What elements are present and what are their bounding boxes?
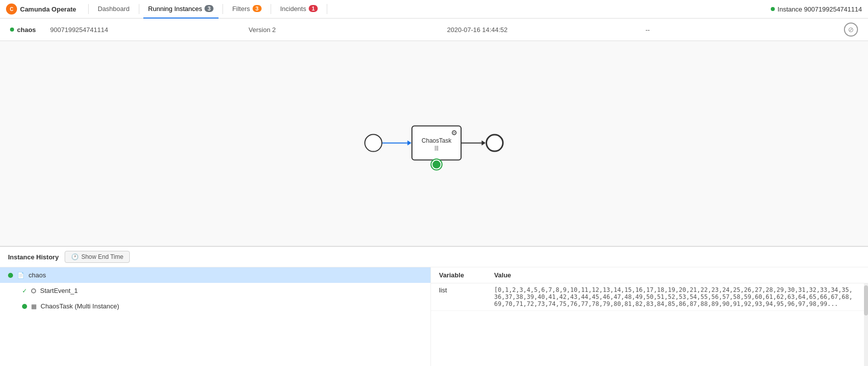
bottom-panel: Instance History 🕐 Show End Time 📄 chaos…: [0, 246, 868, 366]
variable-row-list: list [0,1,2,3,4,5,6,7,8,9,10,11,12,13,14…: [431, 283, 864, 311]
task-gear-icon: ⚙: [451, 128, 458, 136]
nav-incidents[interactable]: Incidents 1: [275, 0, 323, 19]
instance-bar: chaos 9007199254741114 Version 2 2020-07…: [0, 19, 868, 41]
var-name-list: list: [439, 286, 479, 294]
top-nav: C Camunda Operate Dashboard Running Inst…: [0, 0, 868, 19]
variable-column-header: Variable: [439, 271, 464, 279]
bpmn-task-wrapper: ⚙ ChaosTask |||: [411, 125, 462, 160]
chaos-label: chaos: [29, 271, 46, 279]
variables-scroll-area: list [0,1,2,3,4,5,6,7,8,9,10,11,12,13,14…: [431, 283, 868, 366]
var-value-list: [0,1,2,3,4,5,6,7,8,9,10,11,12,13,14,15,1…: [494, 286, 856, 307]
bpmn-arrow-line-1: [382, 142, 407, 143]
variables-body[interactable]: list [0,1,2,3,4,5,6,7,8,9,10,11,12,13,14…: [431, 283, 864, 366]
instance-nav-label: Instance 9007199254741114: [778, 6, 862, 13]
bpmn-arrow-head-1: [407, 140, 411, 145]
running-instances-label: Running Instances: [148, 5, 202, 13]
incidents-label: Incidents: [280, 5, 306, 13]
start-event-status-dot: [31, 288, 36, 293]
filters-label: Filters: [232, 5, 250, 13]
bpmn-end-event[interactable]: [486, 134, 504, 152]
instance-status-dot: [771, 7, 775, 11]
history-list[interactable]: 📄 chaos ✓ StartEvent_1 ▦ ChaosTask (Mult…: [0, 267, 431, 366]
end-time-value: --: [645, 26, 650, 34]
history-item-start-event[interactable]: ✓ StartEvent_1: [0, 283, 430, 298]
filters-badge: 3: [253, 5, 262, 12]
task-label: ChaosTask: [421, 137, 451, 144]
show-end-time-button[interactable]: 🕐 Show End Time: [65, 251, 130, 263]
start-time-value: 2020-07-16 14:44:52: [447, 26, 508, 34]
variables-scrollbar[interactable]: [864, 283, 868, 366]
instance-id-field: 9007199254741114: [50, 26, 249, 34]
show-end-time-label: Show End Time: [81, 253, 123, 260]
chaos-status-dot: [8, 273, 13, 278]
value-column-header: Value: [494, 271, 511, 279]
dashboard-label: Dashboard: [98, 5, 130, 13]
cancel-button[interactable]: ⊘: [844, 23, 858, 37]
history-item-chaos-task[interactable]: ▦ ChaosTask (Multi Instance): [0, 298, 430, 314]
chaos-task-icon: ▦: [31, 303, 37, 310]
version-value: Version 2: [249, 26, 276, 34]
variables-header: Variable Value: [431, 267, 868, 283]
bpmn-start-event[interactable]: [364, 134, 382, 152]
nav-dashboard[interactable]: Dashboard: [93, 0, 135, 19]
instance-history-title: Instance History: [8, 253, 59, 261]
bpmn-task[interactable]: ⚙ ChaosTask |||: [411, 125, 462, 160]
scrollbar-thumb: [864, 285, 868, 315]
start-time-field: 2020-07-16 14:44:52: [447, 26, 645, 34]
incidents-badge: 1: [309, 5, 318, 12]
variables-panel: Variable Value list [0,1,2,3,4,5,6,7,8,9…: [431, 267, 868, 366]
nav-separator-5: [327, 4, 327, 14]
process-name: chaos: [17, 26, 36, 34]
app-logo[interactable]: C Camunda Operate: [6, 4, 76, 15]
process-name-field: chaos: [10, 26, 50, 34]
bottom-header: Instance History 🕐 Show End Time: [0, 247, 868, 267]
cancel-icon: ⊘: [848, 26, 854, 34]
task-marker: |||: [435, 145, 439, 151]
nav-separator-4: [271, 4, 271, 14]
nav-filters[interactable]: Filters 3: [227, 0, 267, 19]
chaos-task-label: ChaosTask (Multi Instance): [41, 302, 119, 310]
instance-id-value: 9007199254741114: [50, 26, 108, 34]
app-name: Camunda Operate: [20, 6, 76, 13]
running-instances-badge: 3: [204, 5, 213, 12]
chaos-task-status-dot: [22, 304, 27, 309]
chaos-file-icon: 📄: [17, 272, 25, 279]
bpmn-arrow-1: [382, 140, 411, 145]
clock-icon: 🕐: [71, 253, 79, 260]
start-event-check-icon: ✓: [22, 287, 27, 294]
bpmn-arrow-line-2: [462, 142, 482, 143]
task-active-indicator: [431, 159, 442, 169]
process-status-dot: [10, 28, 14, 32]
logo-circle: C: [6, 4, 17, 15]
nav-separator-2: [139, 4, 139, 14]
bpmn-canvas: ⚙ ChaosTask |||: [364, 125, 504, 160]
start-event-label: StartEvent_1: [40, 287, 78, 294]
bpmn-arrow-2: [462, 140, 486, 145]
diagram-area: ⚙ ChaosTask |||: [0, 41, 868, 246]
bpmn-arrow-head-2: [482, 140, 486, 145]
bottom-content: 📄 chaos ✓ StartEvent_1 ▦ ChaosTask (Mult…: [0, 267, 868, 366]
history-item-chaos[interactable]: 📄 chaos: [0, 267, 430, 283]
instance-nav-item[interactable]: Instance 9007199254741114: [771, 6, 862, 13]
version-field: Version 2: [249, 26, 447, 34]
nav-separator-1: [88, 4, 89, 14]
nav-running-instances[interactable]: Running Instances 3: [143, 0, 219, 19]
nav-separator-3: [223, 4, 223, 14]
end-time-field: --: [645, 26, 844, 34]
